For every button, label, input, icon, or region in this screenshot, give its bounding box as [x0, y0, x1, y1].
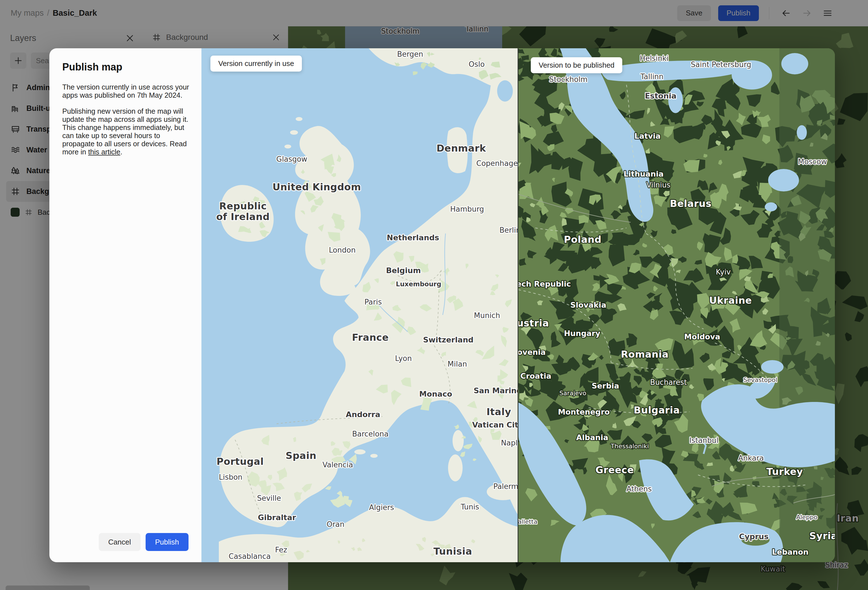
map-label: Serbia — [592, 382, 619, 390]
map-label: Helsinki — [640, 54, 669, 63]
map-label: Belgium — [386, 266, 421, 275]
map-label: Valencia — [323, 461, 353, 469]
map-label: United Kingdom — [272, 181, 361, 192]
map-label: Ankara — [738, 454, 764, 462]
map-label: Estonia — [645, 92, 677, 100]
map-label: Stockholm — [549, 75, 588, 84]
map-label: Bergen — [397, 50, 423, 58]
map-label: Oran — [326, 520, 344, 528]
map-label: Munich — [474, 311, 500, 320]
cancel-button[interactable]: Cancel — [99, 533, 140, 551]
map-label: Slovakia — [570, 301, 607, 309]
map-label: Tunis — [461, 503, 479, 511]
map-current-version[interactable]: BergenOsloGlasgowUnited KingdomRepublico… — [201, 48, 518, 562]
map-label: Palermo — [493, 482, 518, 491]
map-label: Andorra — [346, 410, 381, 419]
current-version-badge: Version currently in use — [210, 56, 302, 72]
map-label: Croatia — [520, 372, 551, 380]
map-label: Paris — [365, 298, 382, 306]
this-article-link[interactable]: this article — [88, 148, 120, 156]
publish-modal: Publish map The version currently in use… — [49, 48, 201, 562]
map-label: Moscow — [798, 157, 827, 166]
map-label: Austria — [518, 318, 549, 329]
map-label: Ukraine — [709, 295, 752, 306]
map-label: Thessaloniki — [610, 443, 649, 450]
map-label: Algiers — [369, 503, 394, 512]
map-label: Glasgow — [276, 155, 307, 163]
publish-dialog: Publish map The version currently in use… — [49, 48, 835, 562]
map-label: Bulgaria — [634, 404, 680, 416]
map-label: Barcelona — [352, 430, 388, 438]
light-map-svg: BergenOsloGlasgowUnited KingdomRepublico… — [201, 48, 518, 562]
map-editor-app: StockholmTallinnKuwaitShirazIran My maps… — [0, 0, 868, 590]
map-label: Copenhagen — [476, 159, 518, 167]
map-label: Hamburg — [450, 205, 484, 213]
map-label: Athens — [626, 485, 652, 493]
map-label: Greece — [595, 464, 634, 476]
map-label: Poland — [564, 234, 601, 245]
map-label: Sarajevo — [559, 390, 586, 396]
map-label: Tallinn — [640, 72, 663, 81]
map-label: Valletta — [518, 518, 537, 525]
modal-publish-button[interactable]: Publish — [146, 533, 189, 551]
map-label: Republic — [219, 200, 267, 211]
map-label: Portugal — [217, 456, 264, 467]
map-label: Switzerland — [423, 336, 474, 344]
map-new-version[interactable]: StockholmHelsinkiSaint PetersburgTallinn… — [518, 48, 835, 562]
map-label: Belarus — [670, 198, 712, 209]
map-label: Milan — [447, 360, 467, 368]
map-label: Kyiv — [716, 268, 731, 276]
map-label: Romania — [621, 349, 669, 360]
map-label: Hungary — [564, 329, 600, 338]
modal-paragraph-2: Publishing new version of the map will u… — [62, 107, 192, 156]
map-label: of Ireland — [216, 211, 270, 222]
map-label: Lithuania — [624, 170, 664, 178]
map-label: Slovenia — [518, 348, 546, 356]
map-label: Fez — [275, 546, 287, 554]
map-label: Turkey — [766, 466, 803, 477]
map-label: Bucharest — [650, 378, 687, 386]
map-label: Berlin — [499, 226, 518, 234]
map-label: Gibraltar — [258, 513, 296, 522]
map-label: Lyon — [395, 354, 412, 363]
map-label: Albania — [576, 433, 608, 442]
map-label: Lebanon — [772, 548, 809, 556]
map-label: Seville — [257, 494, 281, 503]
map-label: Naples — [501, 439, 518, 447]
dark-map-svg: StockholmHelsinkiSaint PetersburgTallinn… — [518, 48, 835, 562]
map-label: France — [352, 332, 388, 343]
map-label: Spain — [286, 450, 316, 461]
map-label: Aleppo — [796, 514, 818, 521]
map-label: Monaco — [419, 390, 452, 398]
map-label: Vatican City — [472, 420, 518, 429]
map-label: Syria — [809, 530, 835, 541]
modal-title: Publish map — [62, 61, 193, 73]
map-label: Sevastopol — [743, 376, 777, 383]
compare-divider[interactable] — [518, 48, 518, 562]
map-label: Istanbul — [689, 436, 719, 445]
map-label: Czech Republic — [518, 279, 571, 288]
map-label: Netherlands — [387, 233, 439, 242]
modal-paragraph-2-text: Publishing new version of the map will u… — [62, 107, 188, 156]
map-label: Oslo — [468, 60, 484, 68]
map-label: Luxembourg — [396, 280, 441, 288]
map-label: Montenegro — [558, 408, 610, 416]
map-label: Lisbon — [219, 473, 242, 481]
map-label: Cyprus — [739, 532, 768, 541]
map-label: Saint Petersburg — [691, 61, 751, 69]
modal-paragraph-2-period: . — [120, 148, 122, 156]
map-label: Italy — [486, 406, 511, 417]
modal-paragraph-1: The version currently in use across your… — [62, 83, 192, 99]
modal-footer: Cancel Publish — [62, 533, 193, 551]
map-label: Denmark — [437, 143, 486, 154]
map-label: Casablanca — [229, 552, 271, 560]
new-version-badge: Version to be published — [531, 57, 622, 73]
map-label: Tunisia — [433, 546, 472, 557]
map-label: Latvia — [634, 132, 660, 140]
map-label: Vilnius — [647, 181, 670, 189]
map-label: Moldova — [684, 332, 720, 341]
map-label: London — [329, 246, 356, 254]
map-label: San Marino — [474, 386, 518, 395]
